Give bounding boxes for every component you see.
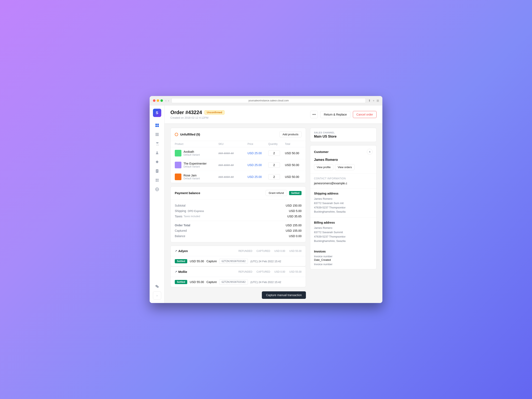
unfulfilled-card: Unfulfilled (5) Add products Product SKU… [171, 128, 306, 183]
external-link-icon: ↗ [175, 270, 177, 273]
sidebar-item-dashboard[interactable] [153, 121, 161, 129]
shipping-name: James Romero [314, 197, 373, 201]
cancel-order-button[interactable]: Cancel order [353, 111, 377, 118]
url-bar[interactable]: yoursaleorinstance.saleor.cloud.com [171, 98, 366, 103]
svg-point-14 [156, 179, 157, 180]
product-variant: Default Variant [184, 153, 200, 156]
invoice-label-2: Invoice number [314, 263, 373, 266]
contact-email: jamesromero@example.c [314, 182, 373, 185]
app-logo: S [153, 109, 161, 117]
customer-collapse-button[interactable]: ∧ [367, 149, 373, 155]
sidebar-item-store[interactable] [153, 185, 161, 193]
sidebar-item-customers[interactable] [153, 149, 161, 157]
refunded-amount: USD 0.00 [274, 250, 285, 253]
transaction-status: Settled [175, 280, 187, 284]
product-price[interactable]: USD 25.00 [247, 163, 268, 167]
product-cell: Rose Jam Default Variant [175, 173, 218, 180]
return-replace-button[interactable]: Return & Replace [320, 111, 350, 118]
product-sku: ###-####-## [218, 164, 247, 167]
svg-rect-1 [157, 124, 159, 125]
product-total: USD 50.00 [285, 175, 302, 178]
more-options-button[interactable]: ••• [310, 111, 318, 118]
captured-label: CAPTURED [256, 270, 270, 273]
product-total: USD 50.00 [285, 163, 302, 167]
sales-channel-name: Main US Store [314, 135, 373, 138]
captured-label: CAPTURED [256, 250, 270, 253]
svg-rect-23 [175, 173, 181, 180]
payment-balance-card: Payment balance Grant refund Settled Sub… [171, 186, 306, 242]
shipping-address-title: Shipping address [314, 192, 373, 195]
shipping-line1: 83772 Savanah Sum mit [314, 201, 373, 206]
refunded-label: REFUNDED [239, 250, 253, 253]
sidebar-item-orders[interactable] [153, 139, 161, 148]
subtotal-label: Subtotal [175, 204, 185, 207]
add-products-button[interactable]: Add products [279, 131, 302, 137]
sidebar-expand-button[interactable]: › [153, 291, 161, 300]
shipping-value: USD 5.00 [289, 209, 302, 213]
grid-view-icon[interactable]: ⊞ [377, 99, 379, 102]
svg-rect-2 [155, 126, 157, 127]
svg-rect-3 [157, 126, 159, 127]
product-name: Avobath [184, 150, 200, 153]
page-header: Order #43224 Unconfirmed Created on 2018… [165, 105, 382, 124]
transaction-time: (UTC) 24 Feb 2022 15:42 [250, 280, 281, 284]
taxes-label: Taxes [175, 215, 183, 218]
transaction-amount: USD 55.00 [190, 280, 204, 284]
view-profile-button[interactable]: View profile [314, 164, 333, 170]
sidebar-item-discounts[interactable] [153, 158, 161, 166]
product-thumbnail [175, 150, 181, 157]
product-qty-input[interactable] [268, 174, 280, 180]
product-sku: ###-####-## [218, 152, 247, 155]
product-variant: Default Variant [184, 177, 200, 180]
col-quantity: Quantity [268, 143, 285, 146]
sidebar-item-settings[interactable] [153, 282, 161, 291]
sidebar-item-catalog[interactable] [153, 130, 161, 139]
product-price[interactable]: USD 25.00 [247, 175, 268, 178]
svg-rect-21 [175, 150, 181, 157]
created-date: Created on 2018-02-12 4:12PM [171, 116, 224, 119]
refunded-amount: USD 0.00 [274, 270, 285, 273]
view-orders-button[interactable]: View orders [335, 164, 355, 170]
minimize-dot [157, 99, 159, 102]
transaction-title: ↗ Adyen [175, 249, 188, 253]
product-name: The Experimenter [184, 162, 207, 165]
payment-title: Payment balance [175, 191, 200, 195]
settled-badge: Settled [289, 191, 302, 195]
back-icon[interactable]: ‹ [165, 99, 166, 102]
product-cell: The Experimenter Default Variant [175, 162, 218, 168]
new-tab-icon[interactable]: + [373, 99, 374, 102]
sales-channel-label: SALES CHANNEL [314, 131, 373, 134]
transaction-card: ↗ Mollie REFUNDED CAPTURED USD 0.00 USD … [171, 266, 306, 287]
col-total: Total [285, 143, 302, 146]
contact-info-label: Contact information [314, 177, 373, 180]
forward-icon[interactable]: › [168, 99, 169, 102]
product-cell: Avobath Default Variant [175, 150, 218, 157]
sidebar-item-apps[interactable] [153, 176, 161, 184]
external-link-icon: ↗ [175, 249, 177, 253]
captured-amount: USD 55.00 [289, 250, 302, 253]
billing-name: James Romero [314, 226, 373, 230]
customer-card: Customer ∧ James Romero View profile Vie… [310, 145, 377, 269]
invoices-title: Invoices [314, 250, 373, 253]
shipping-method: DPD Express [188, 209, 204, 213]
svg-rect-5 [155, 134, 159, 135]
transaction-ref: GZTZHJ9SS6TG5S82 [219, 279, 248, 285]
product-qty-input[interactable] [268, 151, 280, 156]
col-product: Product [175, 143, 218, 146]
billing-address-title: Billing address [314, 221, 373, 224]
order-total-value: USD 155.00 [286, 224, 302, 227]
grant-refund-button[interactable]: Grant refund [266, 190, 287, 196]
svg-point-9 [157, 152, 158, 153]
svg-rect-4 [155, 133, 159, 134]
taxes-value: USD 35.65 [287, 215, 302, 218]
capture-manual-button[interactable]: Capture manual transaction [262, 291, 306, 299]
svg-rect-22 [175, 162, 181, 168]
shipping-line3: Buckinghamshire, Swazila [314, 210, 373, 214]
product-name: Rose Jam [184, 174, 200, 177]
product-qty-input[interactable] [268, 162, 280, 168]
product-price[interactable]: USD 25.00 [247, 152, 268, 155]
sidebar-item-pages[interactable] [153, 167, 161, 175]
subtotal-value: USD 150.00 [286, 204, 302, 207]
unfulfilled-status-icon [175, 133, 178, 136]
svg-point-15 [157, 179, 158, 180]
